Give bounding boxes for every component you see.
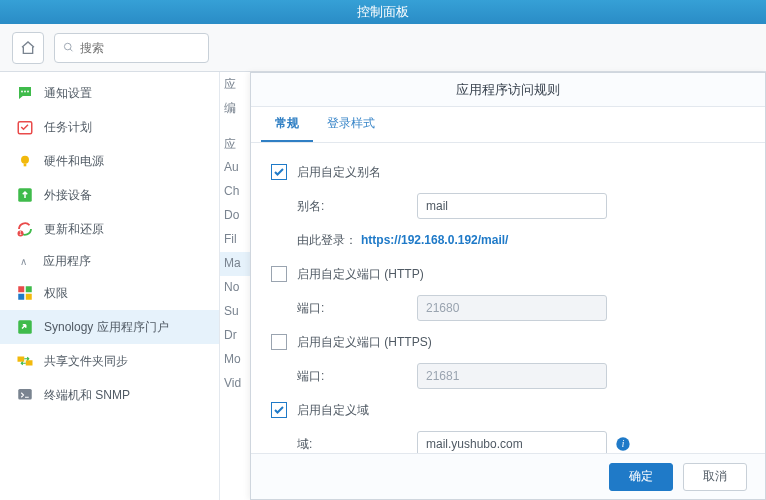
svg-point-0 [64, 43, 71, 50]
search-input-wrap[interactable] [54, 33, 209, 63]
dialog-form: 启用自定义别名 别名: 由此登录： https://192.168.0.192/… [251, 143, 765, 453]
home-icon [20, 40, 36, 56]
chevron-up-icon: ∧ [20, 256, 27, 267]
dialog-tabs: 常规 登录样式 [251, 107, 765, 143]
ok-button[interactable]: 确定 [609, 463, 673, 491]
sidebar-item-external[interactable]: 外接设备 [0, 178, 219, 212]
sync-icon [16, 352, 34, 370]
tab-general[interactable]: 常规 [261, 107, 313, 142]
svg-rect-11 [18, 286, 24, 292]
window-title: 控制面板 [357, 3, 409, 21]
checkbox-enable-domain[interactable] [271, 402, 287, 418]
sidebar-item-hardware[interactable]: 硬件和电源 [0, 144, 219, 178]
svg-line-1 [70, 49, 72, 51]
sidebar-item-label: 外接设备 [44, 187, 92, 204]
svg-rect-14 [26, 294, 32, 300]
toolbar [0, 24, 766, 72]
label-enable-http: 启用自定义端口 (HTTP) [297, 266, 424, 283]
search-icon [63, 41, 74, 54]
svg-point-2 [21, 91, 23, 93]
svg-rect-7 [24, 164, 27, 167]
dialog-title: 应用程序访问规则 [251, 73, 765, 107]
label-http-port: 端口: [297, 300, 417, 317]
input-alias[interactable] [417, 193, 607, 219]
sidebar-item-label: 共享文件夹同步 [44, 353, 128, 370]
sidebar-item-label: 通知设置 [44, 85, 92, 102]
sidebar-item-label: 权限 [44, 285, 68, 302]
checkbox-enable-alias[interactable] [271, 164, 287, 180]
sidebar-item-label: 终端机和 SNMP [44, 387, 130, 404]
sidebar-section-label: 应用程序 [43, 253, 91, 270]
checkbox-enable-http[interactable] [271, 266, 287, 282]
checkbox-enable-https[interactable] [271, 334, 287, 350]
label-alias: 别名: [297, 198, 417, 215]
label-enable-domain: 启用自定义域 [297, 402, 369, 419]
refresh-icon: 1 [16, 220, 34, 238]
link-alias-url[interactable]: https://192.168.0.192/mail/ [361, 233, 508, 247]
label-domain: 域: [297, 436, 417, 453]
sidebar-item-terminal[interactable]: 终端机和 SNMP [0, 378, 219, 412]
sidebar-item-label: 任务计划 [44, 119, 92, 136]
home-button[interactable] [12, 32, 44, 64]
sidebar-item-label: 更新和还原 [44, 221, 104, 238]
label-https-port: 端口: [297, 368, 417, 385]
search-input[interactable] [80, 41, 200, 55]
svg-rect-17 [26, 360, 33, 365]
sidebar-item-label: Synology 应用程序门户 [44, 319, 169, 336]
sidebar-item-shared-sync[interactable]: 共享文件夹同步 [0, 344, 219, 378]
comment-icon [16, 84, 34, 102]
sidebar: 通知设置 任务计划 硬件和电源 外接设备 1 更新和还原 ∧ 应用程序 权限 [0, 72, 220, 500]
sidebar-item-notification[interactable]: 通知设置 [0, 76, 219, 110]
info-icon[interactable]: i [615, 436, 631, 452]
tab-login-style[interactable]: 登录样式 [313, 107, 389, 142]
calendar-check-icon [16, 118, 34, 136]
grid-icon [16, 284, 34, 302]
background-app-list: 应 编 应 Au Ch Do Fil Ma No Su Dr Mo Vid [220, 72, 250, 500]
svg-point-6 [21, 156, 29, 164]
label-enable-alias: 启用自定义别名 [297, 164, 381, 181]
label-alias-login: 由此登录： [297, 232, 357, 249]
label-enable-https: 启用自定义端口 (HTTPS) [297, 334, 432, 351]
dialog-app-access-rules: 应用程序访问规则 常规 登录样式 启用自定义别名 别名: 由此登录： https… [250, 72, 766, 500]
sidebar-item-scheduler[interactable]: 任务计划 [0, 110, 219, 144]
input-domain[interactable] [417, 431, 607, 453]
svg-text:i: i [622, 439, 625, 449]
cancel-button[interactable]: 取消 [683, 463, 747, 491]
svg-point-4 [27, 91, 29, 93]
sidebar-item-privileges[interactable]: 权限 [0, 276, 219, 310]
sidebar-item-app-portal[interactable]: Synology 应用程序门户 [0, 310, 219, 344]
upload-icon [16, 186, 34, 204]
svg-rect-12 [26, 286, 32, 292]
dialog-buttons: 确定 取消 [251, 453, 765, 499]
svg-rect-16 [18, 357, 25, 362]
portal-icon [16, 318, 34, 336]
input-https-port [417, 363, 607, 389]
bulb-icon [16, 152, 34, 170]
input-http-port [417, 295, 607, 321]
svg-rect-18 [18, 389, 32, 400]
window-titlebar: 控制面板 [0, 0, 766, 24]
svg-point-3 [24, 91, 26, 93]
sidebar-item-label: 硬件和电源 [44, 153, 104, 170]
terminal-icon [16, 386, 34, 404]
content-area: 应 编 应 Au Ch Do Fil Ma No Su Dr Mo Vid 应用… [220, 72, 766, 500]
sidebar-section-apps[interactable]: ∧ 应用程序 [0, 246, 219, 276]
svg-rect-13 [18, 294, 24, 300]
sidebar-item-update[interactable]: 1 更新和还原 [0, 212, 219, 246]
